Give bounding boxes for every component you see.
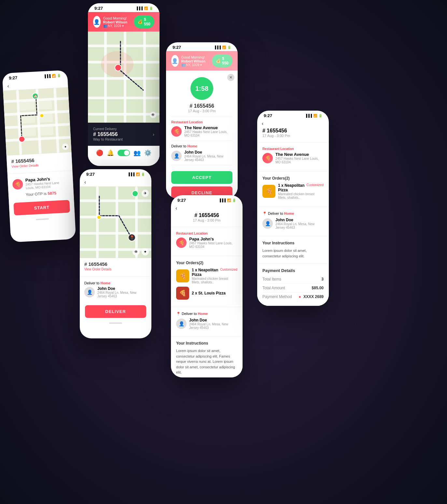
- deliver-section-4: Deliver to Home 👤 John Doe 2464 Royal Ln…: [171, 144, 232, 162]
- back-nav-3[interactable]: ‹: [80, 178, 151, 186]
- modal-content-4: ✕ 1:58 # 1655456 17 Aug - 3:00 Pm Restau…: [166, 71, 238, 198]
- nav-item-alert[interactable]: 🔴: [96, 149, 103, 157]
- user-avatar-2: 👤: [93, 16, 101, 28]
- payment-row-method-6: Payment Method ● XXXX 2689: [262, 293, 324, 301]
- orders-title-5: Your Orders(2): [176, 261, 237, 265]
- eye-icon-3[interactable]: 👁: [133, 248, 140, 255]
- chevron-right-2[interactable]: ›: [153, 132, 154, 137]
- location-2: 👥 NY, 1009 ▾: [103, 24, 134, 28]
- food-desc-6-1: Marinated chicken breast fillets, shallo…: [278, 192, 324, 199]
- back-arrow-5[interactable]: ‹: [175, 205, 177, 211]
- nav-bar-2: 🔴 🔔 👥 ⚙️: [88, 146, 160, 160]
- user-name-4: Robert Wilson: [181, 59, 205, 63]
- view-order-3[interactable]: View Order Details: [84, 267, 147, 271]
- nav-item-bell[interactable]: 🔔: [107, 149, 114, 157]
- orders-section-5: Your Orders(2) 🍕 1 x Neapolitan Pizza Cu…: [171, 258, 243, 305]
- greeting-4: Good Morning!: [181, 55, 205, 59]
- customer-name-4: John Doe: [184, 150, 232, 155]
- restaurant-label-4: Restaurant Location: [171, 120, 232, 124]
- restaurant-label-6: Restaurant Location: [262, 147, 324, 151]
- payment-row-items-6: Total Items 3: [262, 275, 324, 284]
- wifi-icon-2: 📶: [144, 7, 148, 10]
- nav-item-settings[interactable]: ⚙️: [144, 149, 151, 157]
- app-header-4: 👤 Good Morning! Robert Wilson 👥 NY, 1009…: [166, 51, 238, 71]
- customer-name-5: John Doe: [189, 318, 237, 322]
- customer-addr-3: 2464 Royal Ln. Mesa, New Jersey 45463: [97, 291, 147, 298]
- customer-addr-6: 2464 Royal Ln. Mesa, New Jersey 45463: [275, 222, 324, 229]
- home-label-3: Home: [101, 281, 111, 285]
- status-icons-6: ▐▐▐ 📶 🔋: [305, 114, 322, 117]
- food-item-2: 🍕 2 x St. Louis Pizza: [176, 287, 237, 300]
- status-bar-4: 9:27 ▐▐▐ 📶 🔋: [166, 42, 238, 51]
- customized-badge-6: Customized: [306, 183, 324, 187]
- status-icons-1: ▐▐▐ 📶 🔋: [44, 74, 61, 78]
- deliver-section-6: 📍 Deliver to Home 👤 John Doe 2464 Royal …: [257, 209, 329, 234]
- close-button-4[interactable]: ✕: [227, 74, 234, 81]
- accept-button-4[interactable]: ACCEPT: [171, 171, 232, 184]
- status-icons-5: ▐▐▐ 📶 🔋: [219, 198, 236, 202]
- deliver-section-3: Deliver to Home 👤 John Doe 2464 Royal Ln…: [80, 279, 151, 303]
- back-nav-6[interactable]: ‹: [257, 119, 329, 128]
- order-date-5: 17 Aug - 3:00 Pm: [176, 218, 237, 222]
- payment-method-label-6: Payment Method: [262, 294, 292, 299]
- back-arrow-1[interactable]: ‹: [7, 83, 9, 89]
- food-name-6-1: 1 x Neapolitan Pizza: [278, 183, 306, 192]
- nav-item-toggle[interactable]: [118, 150, 130, 156]
- customer-avatar-3: 👤: [84, 287, 95, 297]
- time-6: 9:27: [264, 113, 272, 118]
- back-arrow-6[interactable]: ‹: [262, 121, 263, 126]
- signal-icon-2: ▐▐▐: [136, 7, 143, 10]
- order-info-1: # 1655456 View Order Details: [7, 152, 72, 172]
- timer-circle-4: 1:58: [190, 77, 213, 100]
- greeting-2: Good Morning!: [103, 16, 127, 20]
- status-icons-3: ▐▐▐ 📶 🔋: [128, 172, 145, 176]
- total-items-value-6: 3: [321, 277, 324, 281]
- orders-section-6: Your Orders(2) 🍕 1 x Neapolitan Pizza Cu…: [257, 173, 329, 205]
- customer-avatar-6: 👤: [262, 218, 273, 229]
- map-3: 📍 ✦ 👁 ✈: [80, 186, 151, 258]
- time-5: 9:27: [177, 198, 186, 203]
- time-4: 9:27: [173, 45, 181, 50]
- compass-icon-3[interactable]: ✦: [142, 248, 149, 255]
- status-bar-6: 9:27 ▐▐▐ 📶 🔋: [257, 111, 329, 119]
- eye-icon-2[interactable]: 👁: [150, 112, 156, 118]
- restaurant-name-4: The New Avenue: [184, 125, 232, 130]
- scroll-indicator-3: [109, 322, 122, 324]
- back-arrow-3[interactable]: ‹: [84, 179, 86, 185]
- order-id-3: # 1655456: [84, 261, 147, 267]
- payment-method-value-6: ● XXXX 2689: [299, 294, 324, 299]
- restaurant-info-1: 🍕 Papa John's 2457 Hawks Nest Lane Louis…: [7, 173, 75, 218]
- orders-title-6: Your Orders(2): [262, 176, 324, 181]
- status-icons-4: ▐▐▐ 📶 🔋: [214, 46, 231, 49]
- restaurant-addr-6: 2457 Hawks Nest Lane Louis, MO 63104: [275, 157, 324, 164]
- scroll-indicator-1: [36, 218, 49, 220]
- otp-row-1: Your OTP is 5875: [13, 190, 69, 198]
- status-bar-2: 9:27 ▐▐▐ 📶 🔋: [88, 3, 160, 12]
- restaurant-avatar-4: 🍕: [171, 126, 182, 137]
- status-icons-2: ▐▐▐ 📶 🔋: [136, 7, 153, 10]
- start-button-1[interactable]: START: [13, 200, 70, 215]
- restaurant-avatar-1: 🍕: [12, 179, 23, 190]
- instructions-section-6: Your Instructions Lorem ipsum dolor sit …: [257, 238, 329, 261]
- green-pin-3: [132, 190, 138, 197]
- navigate-icon-3[interactable]: ✈: [142, 190, 149, 197]
- deliver-button-3[interactable]: DELIVER: [85, 305, 146, 318]
- location-4: 👥 NY, 1009 ▾: [181, 63, 212, 67]
- payment-row-amount-6: Total Amount $85.00: [262, 284, 324, 293]
- customer-addr-5: 2464 Royal Ln. Mesa, New Jersey 45463: [189, 322, 237, 330]
- customer-name-6: John Doe: [275, 218, 324, 222]
- customer-avatar-5: 👤: [176, 319, 187, 329]
- balance-icon-2: 💰: [138, 20, 143, 24]
- delivery-id-2: # 1655456: [93, 131, 123, 137]
- nav-item-users[interactable]: 👥: [133, 149, 141, 157]
- instructions-text-5: Lorem ipsum dolor sit amet, consectetur …: [176, 348, 237, 375]
- alert-icon: 🔴: [96, 149, 103, 157]
- food-name-1: 1 x Neapolitan Pizza: [192, 268, 220, 277]
- modal-order-id-4: # 1655456: [171, 103, 232, 109]
- home-label-5: Home: [198, 312, 208, 316]
- back-nav-5[interactable]: ‹: [171, 204, 243, 212]
- order-info-3: # 1655456 View Order Details: [80, 258, 151, 274]
- restaurant-section-6: Restaurant Location 🍕 The New Avenue 245…: [257, 144, 329, 169]
- toggle-switch[interactable]: [118, 150, 130, 156]
- order-date-6: 17 Aug - 3:00 Pm: [262, 134, 324, 138]
